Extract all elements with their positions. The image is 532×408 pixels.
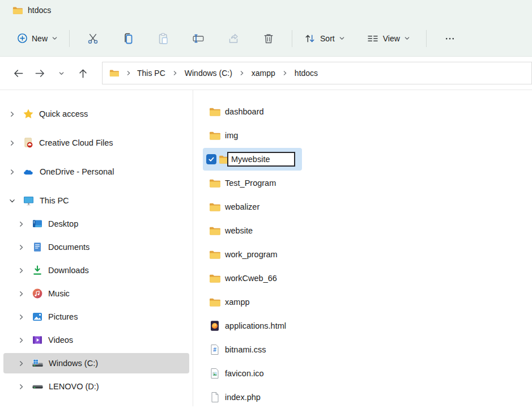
sidebar-item-onedrive-personal[interactable]: OneDrive - Personal [3,162,189,182]
sidebar-item-lenovo-d[interactable]: LENOVO (D:) [3,376,189,397]
paste-button[interactable] [150,27,176,50]
rename-input[interactable] [227,152,295,167]
toolbar-separator [292,30,292,47]
forward-button[interactable] [29,63,50,83]
sidebar-item-quick-access[interactable]: Quick access [3,104,189,124]
file-row[interactable]: xampp [193,291,532,313]
downloads-icon [32,265,43,276]
chevron-right-icon[interactable] [17,291,25,297]
recent-locations-button[interactable] [51,63,71,83]
new-button[interactable]: New [11,28,63,48]
file-name-label: bitnami.css [225,345,266,354]
file-name-label: website [225,226,253,235]
sidebar-item-label: Downloads [48,266,89,275]
window-chrome: htdocs New Sort [0,0,532,57]
chevron-right-icon[interactable] [17,314,25,320]
folder-icon [209,250,220,259]
drive-windows-icon [32,358,44,369]
file-row[interactable]: webalizer [193,196,532,218]
cut-button[interactable] [80,27,106,50]
file-row[interactable]: # bitnami.css [193,338,532,361]
command-toolbar: New Sort View [0,20,532,57]
breadcrumb-item-this-pc[interactable]: This PC [133,66,170,80]
sidebar-item-label: This PC [40,196,69,205]
file-name-label: img [225,131,238,140]
arrow-up-icon [77,67,89,79]
chevron-down-icon [404,35,410,41]
sidebar-item-pictures[interactable]: Pictures [3,307,189,327]
drive-icon [32,381,44,393]
folder-icon [209,131,220,140]
file-row[interactable]: workCweb_66 [193,267,532,290]
sidebar-item-label: LENOVO (D:) [49,382,99,391]
selected-item-highlight [203,148,302,171]
breadcrumb-item-xampp[interactable]: xampp [247,66,280,80]
up-button[interactable] [73,63,93,83]
chevron-down-icon[interactable] [8,198,16,204]
chevron-right-icon[interactable] [17,384,25,390]
file-name-label: index.php [225,393,261,402]
sidebar-item-music[interactable]: Music [3,283,189,304]
navigation-bar: This PCWindows (C:)xampphtdocs [0,57,532,90]
delete-button[interactable] [256,27,282,50]
breadcrumb-item-htdocs[interactable]: htdocs [290,66,322,80]
file-row[interactable]: website [193,219,532,242]
sidebar-item-creative-cloud-files[interactable]: Creative Cloud Files [3,133,189,153]
view-button[interactable]: View [361,28,416,49]
chevron-right-icon[interactable] [17,267,25,274]
breadcrumb-chevron-icon[interactable] [172,70,178,76]
chevron-right-icon[interactable] [17,244,25,250]
file-name-label: xampp [225,298,250,307]
chevron-right-icon[interactable] [8,111,16,117]
rename-button[interactable] [185,27,211,50]
file-row[interactable]: work_program [193,243,532,266]
ico-file-icon [209,368,220,379]
sidebar-item-videos[interactable]: Videos [3,330,189,350]
file-row[interactable]: index.php [193,386,532,406]
breadcrumb: This PCWindows (C:)xampphtdocs [133,66,322,80]
breadcrumb-chevron-icon [126,70,131,76]
copy-button[interactable] [115,27,141,50]
music-icon [32,288,43,299]
file-icon [209,392,220,403]
file-row[interactable]: favicon.ico [193,362,532,385]
chevron-right-icon[interactable] [17,221,25,227]
item-checkbox[interactable] [206,154,216,164]
tab-label: htdocs [28,6,51,15]
folder-icon [209,298,220,307]
sidebar-item-desktop[interactable]: Desktop [3,214,189,234]
chevron-right-icon[interactable] [17,337,25,343]
copy-icon [122,32,134,45]
sidebar-item-downloads[interactable]: Downloads [3,260,189,280]
sidebar-item-this-pc[interactable]: This PC [3,190,189,211]
sidebar-item-windows-c[interactable]: Windows (C:) [3,353,189,373]
file-row-selected[interactable] [193,148,532,171]
sort-button[interactable]: Sort [298,28,351,49]
file-row[interactable]: dashboard [193,100,532,123]
scissors-icon [87,32,99,45]
more-options-button[interactable] [437,27,463,50]
breadcrumb-chevron-icon[interactable] [239,70,245,76]
file-row[interactable]: applications.html [193,314,532,337]
share-button[interactable] [220,27,246,50]
file-row[interactable]: img [193,124,532,147]
address-bar[interactable]: This PCWindows (C:)xampphtdocs [102,62,532,84]
tab-htdocs[interactable]: htdocs [12,6,51,15]
onedrive-icon [23,166,35,178]
sidebar-item-documents[interactable]: Documents [3,237,189,257]
videos-icon [32,334,43,346]
file-row[interactable]: Test_Program [193,172,532,194]
chevron-right-icon[interactable] [8,140,16,146]
ellipsis-icon [444,32,456,45]
back-button[interactable] [8,63,28,83]
chevron-right-icon[interactable] [17,360,25,367]
breadcrumb-chevron-icon[interactable] [282,70,288,76]
tab-bar: htdocs [0,0,532,20]
chevron-right-icon[interactable] [8,169,16,175]
breadcrumb-item-windows-c[interactable]: Windows (C:) [180,66,237,80]
main-content: Quick access Creative Cloud Files OneDri… [0,90,532,406]
chevron-down-icon [52,35,58,41]
sort-arrows-icon [304,32,316,45]
css-file-icon: # [209,344,220,355]
rename-icon [192,32,205,45]
